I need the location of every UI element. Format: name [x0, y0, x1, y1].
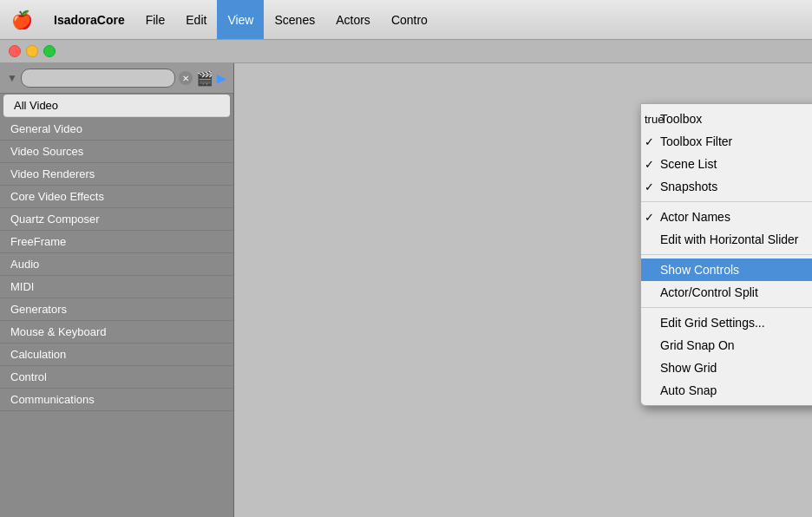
menu-item-label: Toolbox Filter: [660, 134, 732, 148]
list-item[interactable]: FreeFrame: [0, 231, 233, 253]
menu-item-label: Actor Names: [660, 210, 730, 224]
camera-icon[interactable]: 🎬: [196, 70, 213, 87]
check-icon: [645, 317, 658, 330]
window-chrome: [0, 40, 812, 63]
check-icon: [645, 264, 658, 277]
minimize-button[interactable]: [26, 45, 38, 57]
menu-item-label: Show Grid: [660, 361, 717, 375]
filter-arrow[interactable]: ▼: [7, 72, 17, 84]
search-input[interactable]: [21, 69, 175, 88]
list-item[interactable]: Video Sources: [0, 141, 233, 163]
apple-icon: 🍎: [11, 10, 33, 30]
menu-item-show-grid[interactable]: Show Grid: [641, 357, 812, 379]
check-icon: ✓: [645, 158, 658, 171]
maximize-button[interactable]: [43, 45, 56, 57]
content-area: true Toolbox ⌘2 ✓ Toolbox Filter ⌘F ✓ Sc…: [234, 63, 812, 517]
list-item[interactable]: Audio: [0, 253, 233, 276]
list-item[interactable]: All Video: [3, 95, 230, 117]
menu-item-label: Auto Snap: [660, 383, 717, 397]
menu-item-label: Snapshots: [660, 180, 717, 193]
check-icon: [645, 286, 658, 299]
list-item[interactable]: Generators: [0, 298, 233, 321]
divider-1: [641, 201, 812, 202]
list-item[interactable]: Communications: [0, 389, 233, 411]
main-area: ▼ ✕ 🎬 ▶ All Video General Video Video So…: [0, 63, 812, 517]
list-item[interactable]: MIDI: [0, 276, 233, 298]
menu-item-actor-control-split[interactable]: Actor/Control Split ⇧⌘S: [641, 281, 812, 304]
list-item[interactable]: Calculation: [0, 344, 233, 366]
check-icon: [645, 384, 658, 397]
check-icon: true: [645, 113, 658, 126]
check-icon: [645, 362, 658, 375]
clear-search-button[interactable]: ✕: [179, 71, 193, 85]
menu-file[interactable]: File: [135, 0, 176, 39]
menu-scenes[interactable]: Scenes: [264, 0, 325, 39]
menu-item-snapshots[interactable]: ✓ Snapshots: [641, 175, 812, 198]
apple-menu[interactable]: 🍎: [0, 10, 43, 30]
menu-item-grid-snap-on[interactable]: Grid Snap On ⇧⌘G: [641, 334, 812, 357]
menu-item-label: Actor/Control Split: [660, 285, 758, 299]
divider-3: [641, 307, 812, 308]
menu-item-actor-names[interactable]: ✓ Actor Names ⌘\: [641, 206, 812, 228]
menu-item-toolbox-filter[interactable]: ✓ Toolbox Filter ⌘F: [641, 130, 812, 153]
menu-item-label: Edit with Horizontal Slider: [660, 232, 799, 246]
menu-item-toolbox[interactable]: true Toolbox ⌘2: [641, 108, 812, 130]
menu-item-label: Edit Grid Settings...: [660, 316, 765, 330]
menu-item-label: Scene List: [660, 157, 717, 171]
menu-item-edit-grid-settings[interactable]: Edit Grid Settings... ⇧⌘L: [641, 311, 812, 334]
sidebar-icon-group: 🎬 ▶: [196, 70, 226, 87]
app-name[interactable]: IsadoraCore: [43, 13, 135, 27]
menubar: 🍎 IsadoraCore File Edit View Scenes Acto…: [0, 0, 812, 40]
list-item[interactable]: Video Renderers: [0, 163, 233, 186]
check-icon: [645, 233, 658, 246]
menu-actors[interactable]: Actors: [325, 0, 381, 39]
check-icon: [645, 339, 658, 352]
check-icon: ✓: [645, 180, 658, 193]
divider-2: [641, 254, 812, 255]
menu-item-horizontal-slider[interactable]: Edit with Horizontal Slider: [641, 228, 812, 251]
menu-item-label: Toolbox: [660, 112, 702, 126]
menu-edit[interactable]: Edit: [175, 0, 217, 39]
menu-item-auto-snap[interactable]: Auto Snap ⇧⌘D: [641, 379, 812, 402]
menu-view[interactable]: View: [217, 0, 264, 39]
check-icon: ✓: [645, 135, 658, 148]
list-item[interactable]: Quartz Composer: [0, 208, 233, 231]
sidebar: ▼ ✕ 🎬 ▶ All Video General Video Video So…: [0, 63, 234, 517]
sidebar-toolbar: ▼ ✕ 🎬 ▶: [0, 63, 233, 94]
list-item[interactable]: Core Video Effects: [0, 186, 233, 208]
menu-item-label: Show Controls: [660, 263, 739, 277]
play-icon[interactable]: ▶: [217, 71, 226, 85]
menu-contro[interactable]: Contro: [381, 0, 438, 39]
list-item[interactable]: Mouse & Keyboard: [0, 321, 233, 344]
list-item[interactable]: Control: [0, 366, 233, 389]
view-dropdown-menu: true Toolbox ⌘2 ✓ Toolbox Filter ⌘F ✓ Sc…: [640, 103, 812, 406]
check-icon: ✓: [645, 211, 658, 224]
menu-item-show-controls[interactable]: Show Controls ⇧⌘C: [641, 258, 812, 281]
list-item[interactable]: General Video: [0, 118, 233, 141]
category-list: All Video General Video Video Sources Vi…: [0, 94, 233, 517]
menu-item-label: Grid Snap On: [660, 338, 735, 352]
close-button[interactable]: [9, 45, 21, 57]
menu-item-scene-list[interactable]: ✓ Scene List: [641, 153, 812, 175]
